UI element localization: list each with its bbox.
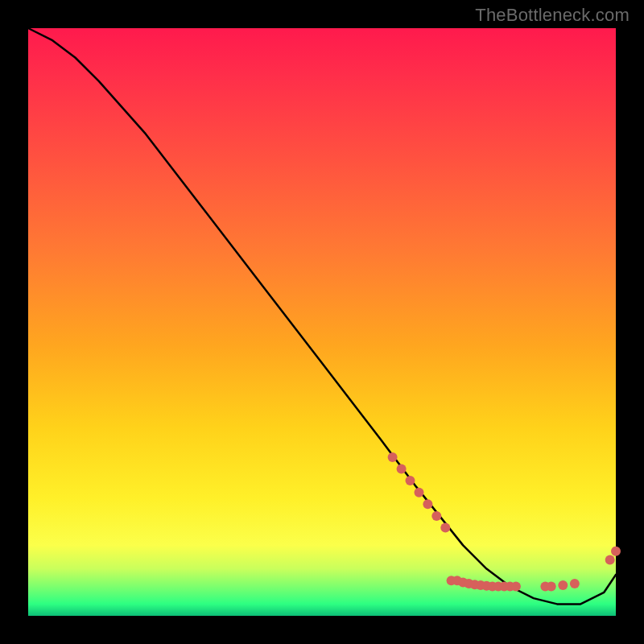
bottleneck-curve — [28, 28, 616, 604]
highlight-point — [570, 579, 580, 588]
curve-svg — [28, 28, 616, 616]
highlight-point — [440, 523, 450, 533]
highlight-point — [547, 582, 556, 592]
highlight-point — [605, 555, 615, 565]
highlight-point — [431, 511, 441, 521]
plot-area — [28, 28, 616, 616]
highlight-point — [388, 452, 398, 462]
chart-frame: TheBottleneck.com — [0, 0, 644, 644]
highlight-point — [406, 476, 415, 485]
highlight-point — [511, 582, 521, 592]
attribution-text: TheBottleneck.com — [475, 5, 630, 26]
highlight-point — [558, 580, 568, 590]
highlight-point — [397, 464, 407, 474]
highlight-point — [415, 488, 424, 497]
highlight-points — [388, 452, 621, 592]
highlight-point — [611, 547, 621, 556]
highlight-point — [423, 499, 432, 509]
